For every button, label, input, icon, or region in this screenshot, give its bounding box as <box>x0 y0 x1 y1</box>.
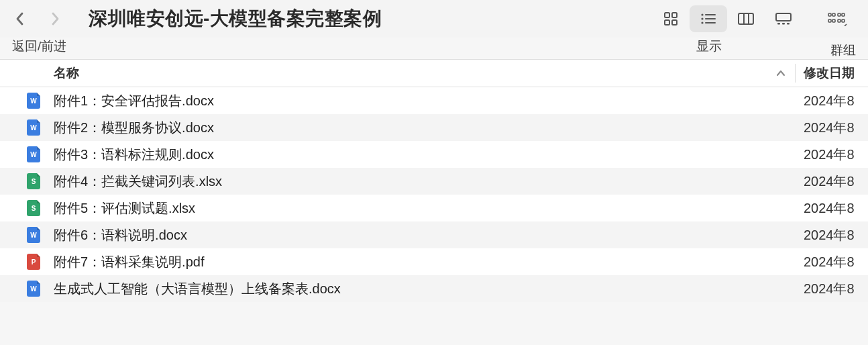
view-columns-button[interactable] <box>727 5 765 32</box>
back-forward-label: 返回/前进 <box>12 38 94 55</box>
columns-icon <box>737 12 755 26</box>
svg-rect-3 <box>672 20 677 25</box>
toolbar: 深圳唯安创远-大模型备案完整案例 <box>0 0 868 38</box>
svg-rect-24 <box>842 19 845 22</box>
file-date: 2024年8 <box>796 146 868 164</box>
pdf-file-icon: P <box>27 254 40 270</box>
file-name: 附件4：拦截关键词列表.xlsx <box>54 172 796 191</box>
xlsx-file-icon: S <box>27 200 40 216</box>
toolbar-labels: 返回/前进 显示 群组 <box>0 38 868 59</box>
file-date: 2024年8 <box>796 253 868 271</box>
file-date: 2024年8 <box>796 226 868 244</box>
xlsx-file-icon: S <box>27 173 40 189</box>
file-name: 附件1：安全评估报告.docx <box>54 92 796 110</box>
group-label: 群组 <box>830 42 856 59</box>
nav-buttons <box>12 11 63 27</box>
docx-file-icon: W <box>27 281 40 297</box>
docx-file-icon: W <box>27 227 40 243</box>
view-icons-button[interactable] <box>652 5 690 32</box>
gallery-icon <box>775 12 792 26</box>
file-list: W附件1：安全评估报告.docx2024年8W附件2：模型服务协议.docx20… <box>0 87 868 302</box>
svg-rect-19 <box>838 13 840 16</box>
svg-rect-1 <box>672 13 677 17</box>
file-row[interactable]: W附件1：安全评估报告.docx2024年8 <box>0 87 868 114</box>
svg-rect-21 <box>828 19 831 22</box>
svg-rect-23 <box>838 19 840 22</box>
column-name-label: 名称 <box>54 64 79 82</box>
chevron-right-icon <box>50 11 60 27</box>
list-icon <box>700 11 717 27</box>
svg-rect-17 <box>828 13 831 16</box>
sort-ascending-icon <box>776 70 785 77</box>
forward-button[interactable] <box>47 11 63 27</box>
svg-rect-22 <box>832 19 835 22</box>
svg-rect-14 <box>777 23 780 25</box>
svg-point-5 <box>701 17 703 19</box>
svg-rect-10 <box>739 13 753 24</box>
view-switcher <box>652 5 802 32</box>
svg-rect-2 <box>665 20 669 25</box>
view-list-button[interactable] <box>690 5 727 32</box>
grid-icon <box>663 11 679 27</box>
file-date: 2024年8 <box>796 172 868 191</box>
column-header-name[interactable]: 名称 <box>0 64 795 82</box>
svg-rect-18 <box>832 13 835 16</box>
file-name: 附件3：语料标注规则.docx <box>54 146 796 164</box>
svg-rect-13 <box>776 13 791 21</box>
view-gallery-button[interactable] <box>765 5 802 32</box>
svg-rect-20 <box>842 13 845 16</box>
view-label: 显示 <box>696 38 722 55</box>
file-name: 附件6：语料说明.docx <box>54 226 796 244</box>
file-date: 2024年8 <box>796 92 868 110</box>
file-name: 附件5：评估测试题.xlsx <box>54 199 796 217</box>
file-row[interactable]: W附件6：语料说明.docx2024年8 <box>0 221 868 248</box>
docx-file-icon: W <box>27 93 40 109</box>
docx-file-icon: W <box>27 146 40 162</box>
column-header-row: 名称 修改日期 <box>0 59 868 87</box>
file-name: 附件2：模型服务协议.docx <box>54 119 796 137</box>
svg-rect-16 <box>787 23 790 25</box>
column-modified-label: 修改日期 <box>804 66 855 80</box>
chevron-left-icon <box>15 11 25 27</box>
column-header-modified[interactable]: 修改日期 <box>796 64 868 82</box>
file-date: 2024年8 <box>796 119 868 137</box>
file-row[interactable]: W附件2：模型服务协议.docx2024年8 <box>0 114 868 141</box>
file-name: 附件7：语料采集说明.pdf <box>54 253 796 271</box>
file-row[interactable]: P附件7：语料采集说明.pdf2024年8 <box>0 248 868 275</box>
svg-rect-15 <box>782 23 785 25</box>
file-row[interactable]: S附件5：评估测试题.xlsx2024年8 <box>0 195 868 221</box>
file-row[interactable]: W生成式人工智能（大语言模型）上线备案表.docx2024年8 <box>0 275 868 302</box>
folder-title: 深圳唯安创远-大模型备案完整案例 <box>89 6 382 32</box>
file-date: 2024年8 <box>796 280 868 298</box>
svg-point-4 <box>701 13 703 15</box>
docx-file-icon: W <box>27 119 40 136</box>
group-button[interactable] <box>818 5 856 32</box>
file-date: 2024年8 <box>796 199 868 217</box>
group-icon <box>827 11 847 26</box>
file-row[interactable]: S附件4：拦截关键词列表.xlsx2024年8 <box>0 168 868 195</box>
svg-rect-0 <box>665 13 669 17</box>
file-name: 生成式人工智能（大语言模型）上线备案表.docx <box>54 280 796 298</box>
svg-point-6 <box>701 21 703 23</box>
back-button[interactable] <box>12 11 28 27</box>
file-row[interactable]: W附件3：语料标注规则.docx2024年8 <box>0 141 868 168</box>
